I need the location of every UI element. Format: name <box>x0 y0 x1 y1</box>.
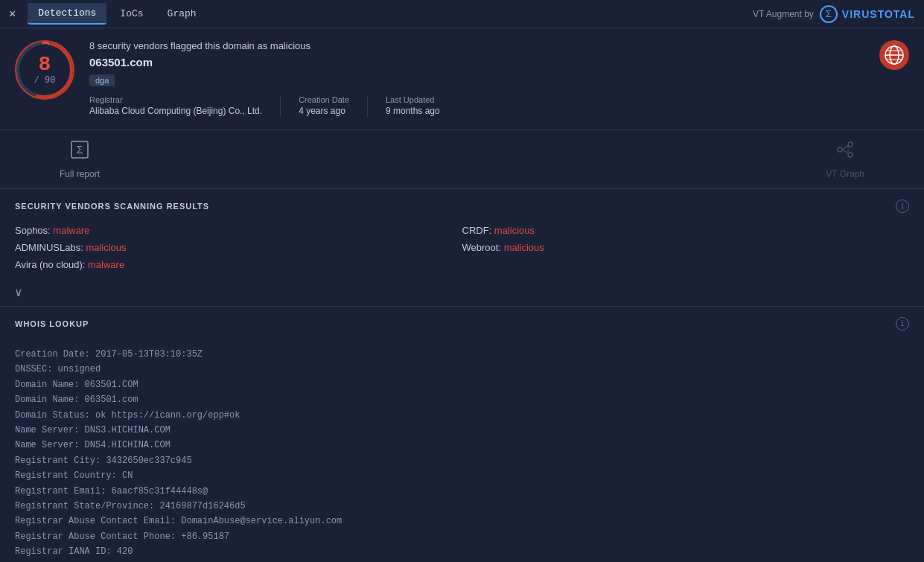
globe-svg <box>884 45 905 66</box>
nav-tabs: Detections IoCs Graph <box>28 3 206 25</box>
flagged-text: 8 security vendors flagged this domain a… <box>89 40 864 51</box>
tab-graph[interactable]: Graph <box>157 4 207 24</box>
security-vendors-header[interactable]: SECURITY VENDORS SCANNING RESULTS i <box>0 189 924 223</box>
augment-label: VT Augment by <box>753 9 814 19</box>
whois-content: Creation Date: 2017-05-13T03:10:35Z DNSS… <box>0 341 924 562</box>
registrar-value: Alibaba Cloud Computing (Beijing) Co., L… <box>89 104 262 118</box>
full-report-button[interactable]: Σ Full report <box>60 139 100 179</box>
full-report-label: Full report <box>60 169 100 179</box>
vt-logo: Σ VIRUSTOTAL <box>820 5 915 23</box>
vt-graph-button[interactable]: VT Graph <box>826 139 864 179</box>
meta-row: Registrar Alibaba Cloud Computing (Beiji… <box>89 95 864 118</box>
registrar-label: Registrar <box>89 95 262 104</box>
vt-sigma-icon: Σ <box>820 5 838 23</box>
vendor-grid: Sophos: malware CRDF: malicious ADMINUSL… <box>15 223 909 272</box>
whois-header[interactable]: WHOIS LOOKUP i <box>0 307 924 341</box>
svg-line-12 <box>842 146 848 150</box>
tab-detections[interactable]: Detections <box>28 3 106 25</box>
vendor-crdf: CRDF: malicious <box>462 223 910 237</box>
domain-name: 063501.com <box>89 56 864 68</box>
score-arc-svg <box>15 40 74 100</box>
last-updated-block: Last Updated 9 months ago <box>386 95 458 118</box>
svg-point-11 <box>848 153 853 157</box>
vendor-adminuslabs: ADMINUSLabs: malicious <box>15 240 462 255</box>
last-updated-value: 9 months ago <box>386 104 440 118</box>
security-info-icon[interactable]: i <box>896 199 909 213</box>
svg-point-9 <box>838 147 842 152</box>
vt-graph-icon <box>835 139 856 165</box>
tab-iocs[interactable]: IoCs <box>109 4 153 24</box>
domain-globe-icon <box>879 40 909 70</box>
vt-augment-bar: VT Augment by Σ VIRUSTOTAL <box>753 5 915 23</box>
svg-text:Σ: Σ <box>77 144 83 156</box>
whois-section: WHOIS LOOKUP i Creation Date: 2017-05-13… <box>0 307 924 562</box>
registrar-block: Registrar Alibaba Cloud Computing (Beiji… <box>89 95 281 118</box>
security-vendors-section: SECURITY VENDORS SCANNING RESULTS i Soph… <box>0 189 924 307</box>
vt-brand-text: VIRUSTOTAL <box>842 8 915 20</box>
creation-date-block: Creation Date 4 years ago <box>299 95 368 118</box>
whois-title: WHOIS LOOKUP <box>15 319 89 328</box>
expand-vendors-arrow[interactable]: ∨ <box>0 282 924 306</box>
vt-graph-label: VT Graph <box>826 169 864 179</box>
svg-line-13 <box>842 150 848 153</box>
action-row: Σ Full report VT Graph <box>0 130 924 189</box>
security-vendors-content: Sophos: malware CRDF: malicious ADMINUSL… <box>0 223 924 282</box>
full-report-icon: Σ <box>69 139 90 165</box>
top-navigation: × Detections IoCs Graph VT Augment by Σ … <box>0 0 924 28</box>
creation-date-label: Creation Date <box>299 95 349 104</box>
vendor-sophos: Sophos: malware <box>15 223 462 237</box>
dga-tag: dga <box>89 74 115 86</box>
domain-info-header: 8 / 90 8 security vendors flagged this d… <box>0 28 924 130</box>
close-button[interactable]: × <box>9 8 16 20</box>
domain-details: 8 security vendors flagged this domain a… <box>89 40 864 118</box>
threat-score-circle: 8 / 90 <box>15 40 74 100</box>
vendor-avira: Avira (no cloud): malware <box>15 258 462 272</box>
security-vendors-title: SECURITY VENDORS SCANNING RESULTS <box>15 202 209 211</box>
vendor-webroot: Webroot: malicious <box>462 240 910 255</box>
svg-point-10 <box>848 142 853 147</box>
creation-date-value: 4 years ago <box>299 104 349 118</box>
whois-info-icon[interactable]: i <box>896 317 909 331</box>
last-updated-label: Last Updated <box>386 95 440 104</box>
